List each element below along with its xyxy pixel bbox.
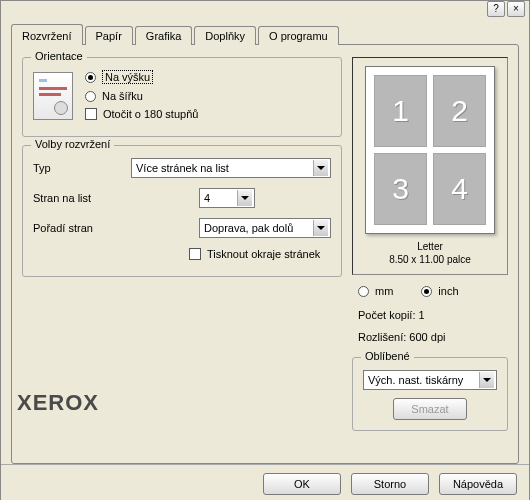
- checkbox-print-border[interactable]: Tisknout okraje stránek: [189, 248, 331, 260]
- chevron-down-icon: [479, 372, 494, 388]
- preview-page-3: 3: [374, 153, 427, 225]
- right-column: 1 2 3 4 Letter 8.50 x 11.00 palce mm: [352, 57, 508, 453]
- brand-logo: XEROX: [17, 390, 99, 416]
- page-preview: 1 2 3 4: [365, 66, 495, 234]
- select-favorites-value: Vých. nast. tiskárny: [368, 374, 463, 386]
- label-page-order: Pořadí stran: [33, 222, 123, 234]
- cancel-button[interactable]: Storno: [351, 473, 429, 495]
- info-copies: Počet kopií: 1: [352, 307, 508, 323]
- radio-landscape-label: Na šířku: [102, 90, 143, 102]
- chevron-down-icon: [237, 190, 252, 206]
- info-resolution: Rozlišení: 600 dpi: [352, 329, 508, 345]
- delete-favorite-button[interactable]: Smazat: [393, 398, 467, 420]
- preview-page-4: 4: [433, 153, 486, 225]
- chevron-down-icon: [313, 220, 328, 236]
- select-pps-value: 4: [204, 192, 210, 204]
- legend-orientation: Orientace: [31, 50, 87, 62]
- tab-about[interactable]: O programu: [258, 26, 339, 45]
- radio-unit-inch-label: inch: [438, 285, 458, 297]
- label-pps: Stran na list: [33, 192, 123, 204]
- legend-favorites: Oblíbené: [361, 350, 414, 362]
- select-page-order[interactable]: Doprava, pak dolů: [199, 218, 331, 238]
- checkbox-print-border-label: Tisknout okraje stránek: [207, 248, 320, 260]
- checkbox-rotate180-label: Otočit o 180 stupňů: [103, 108, 198, 120]
- unit-row: mm inch: [352, 281, 508, 301]
- select-pages-per-sheet[interactable]: 4: [199, 188, 255, 208]
- radio-unit-inch[interactable]: inch: [421, 285, 458, 297]
- select-layout-type-value: Více stránek na list: [136, 162, 229, 174]
- radio-portrait-label: Na výšku: [102, 70, 153, 84]
- label-type: Typ: [33, 162, 123, 174]
- dialog-button-bar: OK Storno Nápověda: [1, 464, 529, 500]
- paper-label: Letter 8.50 x 11.00 palce: [389, 240, 471, 266]
- tab-paper[interactable]: Papír: [85, 26, 133, 45]
- checkbox-icon: [189, 248, 201, 260]
- paper-dims: 8.50 x 11.00 palce: [389, 253, 471, 266]
- radio-dot-icon: [85, 91, 96, 102]
- radio-unit-mm-label: mm: [375, 285, 393, 297]
- ok-button[interactable]: OK: [263, 473, 341, 495]
- checkbox-rotate180[interactable]: Otočit o 180 stupňů: [85, 108, 198, 120]
- radio-landscape[interactable]: Na šířku: [85, 90, 198, 102]
- chevron-down-icon: [313, 160, 328, 176]
- print-preferences-dialog: ? × Rozvržení Papír Grafika Doplňky O pr…: [0, 0, 530, 500]
- page-preview-frame: 1 2 3 4 Letter 8.50 x 11.00 palce: [352, 57, 508, 275]
- select-layout-type[interactable]: Více stránek na list: [131, 158, 331, 178]
- radio-portrait[interactable]: Na výšku: [85, 70, 198, 84]
- group-orientation: Orientace Na výšku Na ší: [22, 57, 342, 137]
- tab-extras[interactable]: Doplňky: [194, 26, 256, 45]
- help-button[interactable]: Nápověda: [439, 473, 517, 495]
- legend-layout: Volby rozvržení: [31, 138, 114, 150]
- radio-unit-mm[interactable]: mm: [358, 285, 393, 297]
- close-icon[interactable]: ×: [507, 1, 525, 17]
- select-favorites[interactable]: Vých. nast. tiskárny: [363, 370, 497, 390]
- tab-layout[interactable]: Rozvržení: [11, 24, 83, 45]
- select-order-value: Doprava, pak dolů: [204, 222, 293, 234]
- help-icon[interactable]: ?: [487, 1, 505, 17]
- tab-graphics[interactable]: Grafika: [135, 26, 192, 45]
- checkbox-icon: [85, 108, 97, 120]
- orientation-preview-icon: [33, 72, 73, 120]
- preview-page-1: 1: [374, 75, 427, 147]
- radio-dot-icon: [421, 286, 432, 297]
- group-layout-options: Volby rozvržení Typ Více stránek na list…: [22, 145, 342, 277]
- titlebar: ? ×: [1, 1, 529, 17]
- group-favorites: Oblíbené Vých. nast. tiskárny Smazat: [352, 357, 508, 431]
- preview-page-2: 2: [433, 75, 486, 147]
- content-area: Rozvržení Papír Grafika Doplňky O progra…: [1, 17, 529, 464]
- paper-name: Letter: [389, 240, 471, 253]
- radio-dot-icon: [358, 286, 369, 297]
- tabstrip: Rozvržení Papír Grafika Doplňky O progra…: [11, 23, 519, 44]
- radio-dot-icon: [85, 72, 96, 83]
